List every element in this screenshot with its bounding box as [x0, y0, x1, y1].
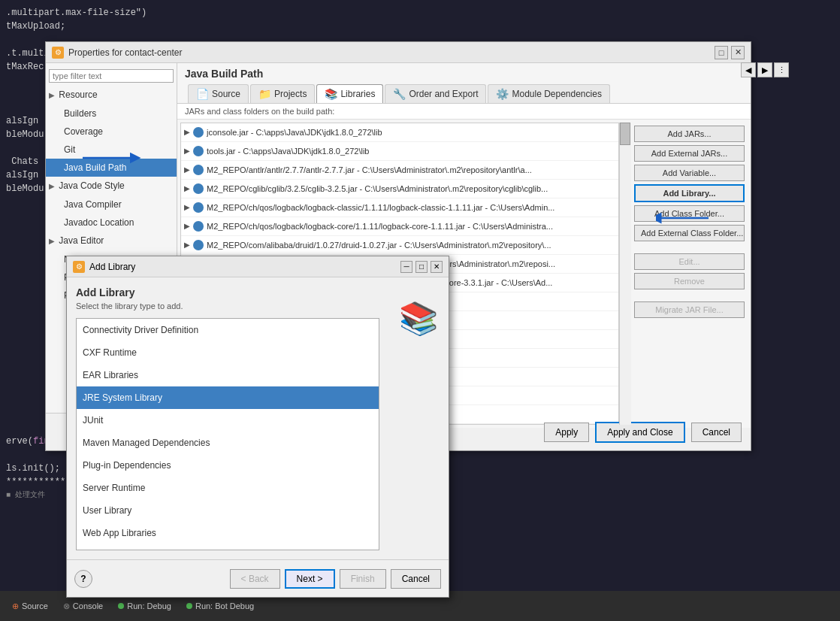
jar-item-antlr[interactable]: ▶ M2_REPO/antlr/antlr/2.7.7/antlr-2.7.7.… — [181, 161, 618, 180]
add-library-icon-area: 📚 — [388, 277, 449, 559]
tab-libraries-label: Libraries — [340, 89, 375, 99]
migrate-jar-button[interactable]: Migrate JAR File... — [634, 301, 745, 318]
add-library-title: Add Library — [89, 262, 135, 272]
filter-input[interactable] — [49, 69, 174, 83]
lib-item-plugin-dep[interactable]: Plug-in Dependencies — [77, 454, 379, 477]
nav-arrows: ◀ ▶ ⋮ — [741, 62, 789, 77]
lib-item-web-app[interactable]: Web App Libraries — [77, 522, 379, 544]
console-taskbar-icon: ⊗ — [63, 601, 70, 611]
main-header: Java Build Path 📄 Source 📁 Projects 📚 Li… — [177, 63, 751, 104]
jar-text-cglib: M2_REPO/cglib/cglib/3.2.5/cglib-3.2.5.ja… — [207, 181, 548, 196]
apply-button[interactable]: Apply — [544, 423, 589, 442]
taskbar-item-run-debug[interactable]: Run: Debug — [112, 598, 177, 613]
run-debug-dot — [118, 603, 124, 609]
sidebar-item-java-build-path[interactable]: Java Build Path — [46, 159, 177, 177]
jar-icon-tools — [193, 146, 204, 156]
bot-debug-dot — [186, 603, 192, 609]
add-lib-cancel-button[interactable]: Cancel — [391, 569, 441, 589]
add-library-minimize-button[interactable]: ─ — [400, 261, 412, 273]
next-button[interactable]: Next > — [285, 569, 335, 589]
add-library-titlebar: ⚙ Add Library ─ □ ✕ — [67, 256, 449, 277]
lib-item-cxf[interactable]: CXF Runtime — [77, 341, 379, 364]
add-external-class-folder-button[interactable]: Add External Class Folder... — [634, 225, 745, 241]
sidebar-item-git[interactable]: Git — [46, 141, 177, 159]
jar-text-jconsole: jconsole.jar - C:\apps\Java\JDK\jdk1.8.0… — [207, 125, 382, 140]
right-buttons-panel: Add JARs... Add External JARs... Add Var… — [631, 123, 748, 425]
add-library-close-button[interactable]: ✕ — [431, 261, 443, 273]
jars-scrollbar[interactable] — [619, 123, 631, 425]
jar-text-logback-classic: M2_REPO/ch/qos/logback/logback-classic/1… — [207, 200, 554, 215]
description-text: JARs and class folders on the build path… — [185, 107, 334, 116]
order-export-tab-icon: 🔧 — [393, 88, 406, 100]
add-class-folder-button[interactable]: Add Class Folder... — [634, 205, 745, 222]
tab-libraries[interactable]: 📚 Libraries — [316, 84, 383, 103]
jar-icon-druid — [193, 240, 204, 250]
lib-item-user-library[interactable]: User Library — [77, 499, 379, 522]
tab-projects-label: Projects — [274, 89, 307, 99]
cancel-button[interactable]: Cancel — [691, 423, 742, 442]
remove-button[interactable]: Remove — [634, 273, 745, 289]
projects-tab-icon: 📁 — [258, 88, 271, 100]
jar-text-logback-core: M2_REPO/ch/qos/logback/logback-core/1.1.… — [207, 219, 553, 234]
dialog-close-button[interactable]: ✕ — [731, 46, 745, 59]
sidebar-item-java-code-style[interactable]: ▶ Java Code Style — [46, 177, 177, 195]
edit-button[interactable]: Edit... — [634, 253, 745, 270]
module-dep-tab-icon: ⚙️ — [496, 88, 509, 100]
lib-item-connectivity[interactable]: Connectivity Driver Definition — [77, 319, 379, 341]
tabs-bar: 📄 Source 📁 Projects 📚 Libraries 🔧 Order … — [185, 84, 743, 103]
taskbar-item-console[interactable]: ⊗ Console — [57, 598, 109, 614]
tab-order-export[interactable]: 🔧 Order and Export — [385, 84, 486, 103]
jar-icon-antlr — [193, 165, 204, 175]
sidebar-item-java-editor[interactable]: ▶ Java Editor — [46, 232, 177, 250]
code-line-1: .multipart.max-file-size") — [6, 6, 295, 20]
section-title: Java Build Path — [185, 68, 743, 80]
lib-item-ear[interactable]: EAR Libraries — [77, 364, 379, 386]
sidebar-item-java-compiler[interactable]: Java Compiler — [46, 195, 177, 214]
add-library-help-button[interactable]: ? — [74, 570, 92, 588]
add-library-description: Select the library type to add. — [76, 301, 379, 310]
jar-item-cglib[interactable]: ▶ M2_REPO/cglib/cglib/3.2.5/cglib-3.2.5.… — [181, 180, 618, 198]
add-jars-button[interactable]: Add JARs... — [634, 126, 745, 142]
sidebar-item-javadoc-location[interactable]: Javadoc Location — [46, 214, 177, 232]
jar-text-druid: M2_REPO/com/alibaba/druid/1.0.27/druid-1… — [207, 238, 551, 253]
dialog-restore-button[interactable]: □ — [715, 46, 728, 59]
lib-item-jre-system[interactable]: JRE System Library — [77, 386, 379, 409]
add-variable-button[interactable]: Add Variable... — [634, 165, 745, 181]
jar-item-logback-classic[interactable]: ▶ M2_REPO/ch/qos/logback/logback-classic… — [181, 198, 618, 217]
taskbar-item-bot-debug[interactable]: Run: Bot Debug — [180, 598, 260, 613]
nav-forward-arrow-button[interactable]: ▶ — [757, 62, 772, 77]
code-line-2: tMaxUpload; — [6, 20, 295, 33]
properties-dialog-title: Properties for contact-center — [68, 47, 182, 58]
add-external-jars-button[interactable]: Add External JARs... — [634, 145, 745, 162]
apply-close-button[interactable]: Apply and Close — [595, 422, 684, 443]
add-library-dialog: ⚙ Add Library ─ □ ✕ Add Library Select t… — [66, 256, 449, 598]
nav-back-arrow-button[interactable]: ◀ — [741, 62, 756, 77]
back-button[interactable]: < Back — [230, 569, 280, 589]
jar-item-logback-core[interactable]: ▶ M2_REPO/ch/qos/logback/logback-core/1.… — [181, 217, 618, 236]
add-library-left-panel: Add Library Select the library type to a… — [67, 277, 388, 559]
tab-module-dependencies[interactable]: ⚙️ Module Dependencies — [488, 84, 609, 103]
sidebar-item-coverage[interactable]: Coverage — [46, 123, 177, 141]
tab-source-label: Source — [212, 89, 240, 99]
taskbar-item-source[interactable]: ⊕ Source — [6, 598, 54, 614]
finish-button[interactable]: Finish — [340, 569, 386, 589]
sidebar-item-resource[interactable]: ▶ Resource — [46, 86, 177, 105]
tab-projects[interactable]: 📁 Projects — [250, 84, 315, 103]
add-library-heading: Add Library — [76, 286, 379, 298]
nav-menu-button[interactable]: ⋮ — [774, 62, 789, 77]
library-list: Connectivity Driver Definition CXF Runti… — [76, 318, 379, 550]
books-icon: 📚 — [399, 300, 438, 337]
tab-source[interactable]: 📄 Source — [188, 84, 249, 103]
sidebar-item-builders[interactable]: Builders — [46, 105, 177, 123]
lib-item-junit[interactable]: JUnit — [77, 409, 379, 432]
jar-item-druid[interactable]: ▶ M2_REPO/com/alibaba/druid/1.0.27/druid… — [181, 236, 618, 255]
tab-module-dep-label: Module Dependencies — [512, 89, 601, 99]
lib-item-maven[interactable]: Maven Managed Dependencies — [77, 432, 379, 454]
taskbar-run-debug-label: Run: Debug — [127, 601, 171, 610]
lib-item-server-runtime[interactable]: Server Runtime — [77, 477, 379, 499]
jar-item-tools[interactable]: ▶ tools.jar - C:\apps\Java\JDK\jdk1.8.0_… — [181, 142, 618, 161]
add-library-restore-button[interactable]: □ — [415, 261, 428, 273]
jar-item-jconsole[interactable]: ▶ jconsole.jar - C:\apps\Java\JDK\jdk1.8… — [181, 123, 618, 142]
nav-buttons-group: < Back Next > Finish Cancel — [230, 569, 441, 589]
add-library-button[interactable]: Add Library... — [634, 184, 745, 202]
